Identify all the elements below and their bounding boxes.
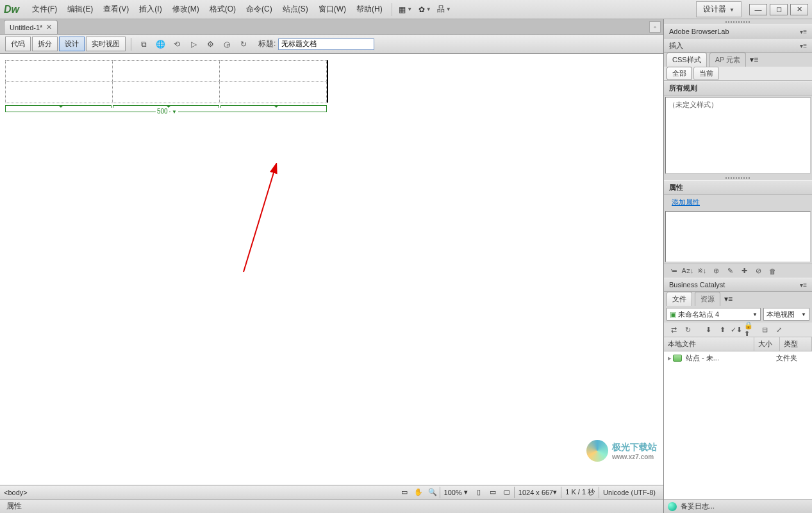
folder-icon [673,355,682,362]
business-catalyst-header[interactable]: Business Catalyst▾≡ [664,278,812,292]
ap-elements-tab[interactable]: AP 元素 [709,53,747,67]
attach-css-icon[interactable]: ⊕ [709,265,722,277]
select-tool-icon[interactable]: ▭ [398,487,411,498]
css-all-button[interactable]: 全部 [667,67,692,80]
col-size[interactable]: 大小 [754,337,780,351]
phone-preview-icon[interactable]: ▯ [472,487,485,498]
refresh-files-icon[interactable]: ↻ [681,324,694,335]
view-selector[interactable]: 本地视图▼ [763,308,809,321]
file-row[interactable]: ▸ 站点 - 未... 文件夹 [664,351,812,365]
checkin-icon[interactable]: 🔒⬆ [744,324,757,335]
annotation-arrow [205,163,295,278]
site-selector[interactable]: ▣ 未命名站点 4▼ [667,308,761,321]
put-icon[interactable]: ⬆ [716,324,729,335]
title-label: 标题: [258,38,276,49]
properties-label: 属性 [6,501,22,512]
file-list[interactable]: ▸ 站点 - 未... 文件夹 [664,351,812,499]
check-icon[interactable]: ↻ [236,37,251,51]
new-rule-icon[interactable]: ✎ [724,265,736,277]
menu-modify[interactable]: 修改(M) [167,1,204,17]
menu-insert[interactable]: 插入(I) [134,1,167,17]
tablet-preview-icon[interactable]: ▭ [486,487,499,498]
log-link[interactable]: 日志... [695,501,715,511]
set-icon[interactable]: ※↓ [695,265,708,277]
tag-selector[interactable]: <body> [4,489,28,496]
browserlab-panel-header[interactable]: Adobe BrowserLab▾≡ [664,24,812,38]
expand-icon[interactable]: ⤢ [772,324,785,335]
menu-edit[interactable]: 编辑(E) [62,1,98,17]
visual-aids-icon[interactable]: ◶ [220,37,234,51]
checkout-icon[interactable]: ✓⬇ [730,324,743,335]
view-code-button[interactable]: 代码 [5,37,31,51]
zoom-level[interactable]: 100% ▾ [440,487,472,498]
cascade-icon[interactable]: ≔ [667,265,680,277]
view-live-button[interactable]: 实时视图 [86,37,126,51]
site-icon[interactable]: 品▼ [436,3,452,17]
connect-icon[interactable]: ⇄ [667,324,680,335]
layout-icon[interactable]: ▦▼ [397,3,414,17]
side-panels: Adobe BrowserLab▾≡ 插入▾≡ CSS样式 AP 元素 ▾≡ 全… [663,19,812,513]
properties-bar[interactable]: 属性 [0,499,663,513]
view-design-button[interactable]: 设计 [59,37,85,51]
css-current-button[interactable]: 当前 [693,67,719,80]
title-input[interactable] [278,38,374,50]
col-type[interactable]: 类型 [780,337,812,351]
menu-commands[interactable]: 命令(C) [241,1,278,17]
menu-format[interactable]: 格式(O) [204,1,241,17]
app-logo: Dw [4,4,19,15]
tab-close-icon[interactable]: ✕ [46,23,52,31]
browser-icon[interactable]: 🌐 [153,37,167,51]
menu-file[interactable]: 文件(F) [27,1,62,17]
extend-icon[interactable]: ✿▼ [417,3,433,17]
menubar: Dw 文件(F) 编辑(E) 查看(V) 插入(I) 修改(M) 格式(O) 命… [0,0,812,19]
css-props-box[interactable] [665,211,811,262]
document-tabbar: Untitled-1* ✕ ▫ [0,19,663,35]
document-tab[interactable]: Untitled-1* ✕ [4,20,58,34]
files-tab[interactable]: 文件 [667,292,692,306]
ruler-width-label: 500 [156,108,169,115]
hand-tool-icon[interactable]: ✋ [412,487,425,498]
menu-site[interactable]: 站点(S) [278,1,313,17]
rules-list[interactable]: （未定义样式） [665,97,811,174]
col-local[interactable]: 本地文件 [664,337,754,351]
table-width-ruler: 500 ▼ [5,105,327,118]
az-sort-icon[interactable]: Aᴢ↓ [681,265,694,277]
workspace-switcher[interactable]: 设计器 ▼ [696,1,742,17]
disable-rule-icon[interactable]: ⊘ [752,265,765,277]
inspect-icon[interactable]: ⟲ [170,37,184,51]
status-bar: <body> ▭ ✋ 🔍 100% ▾ ▯ ▭ 🖵 1024 x 667▾ 1 … [0,485,663,499]
add-property-link[interactable]: 添加属性 [664,195,812,210]
tab-label: Untitled-1* [10,24,42,31]
files-panel: ▣ 未命名站点 4▼ 本地视图▼ ⇄ ↻ ⬇ ⬆ ✓⬇ 🔒⬆ ⊟ ⤢ 本地文件 [664,306,812,513]
selected-table[interactable] [5,60,327,103]
refresh-icon[interactable]: ⚙ [203,37,217,51]
edit-rule-icon[interactable]: ✚ [738,265,750,277]
get-icon[interactable]: ⬇ [702,324,715,335]
document-area: Untitled-1* ✕ ▫ 代码 拆分 设计 实时视图 ⧉ 🌐 ⟲ ▷ ⚙ … [0,19,663,513]
watermark-logo-icon [586,440,608,462]
css-styles-tab[interactable]: CSS样式 [667,53,707,67]
files-columns: 本地文件 大小 类型 [664,337,812,351]
window-size[interactable]: 1024 x 667▾ [514,487,561,498]
desktop-preview-icon[interactable]: 🖵 [501,487,513,498]
window-minimize[interactable]: — [749,4,767,15]
menu-help[interactable]: 帮助(H) [351,1,388,17]
window-maximize[interactable]: ◻ [770,4,788,15]
menu-view[interactable]: 查看(V) [98,1,134,17]
zoom-tool-icon[interactable]: 🔍 [426,487,439,498]
assets-tab[interactable]: 资源 [695,292,720,306]
nav-icon[interactable]: ▷ [186,37,201,51]
sync-icon[interactable]: ⊟ [758,324,771,335]
globe-icon[interactable] [668,502,677,511]
document-toolbar: 代码 拆分 设计 实时视图 ⧉ 🌐 ⟲ ▷ ⚙ ◶ ↻ 标题: [0,35,663,54]
window-close[interactable]: ✕ [790,4,808,15]
design-canvas[interactable]: 500 ▼ 极光下载站 www.xz7.com [0,54,663,485]
view-split-button[interactable]: 拆分 [32,37,58,51]
tab-restore-icon[interactable]: ▫ [649,21,661,33]
menu-window[interactable]: 窗口(W) [313,1,351,17]
files-status: 备妥 日志... [664,499,812,513]
live-code-icon[interactable]: ⧉ [137,37,151,51]
panel-grip[interactable] [664,19,812,24]
delete-rule-icon[interactable]: 🗑 [766,265,779,277]
insert-panel-header[interactable]: 插入▾≡ [664,38,812,53]
